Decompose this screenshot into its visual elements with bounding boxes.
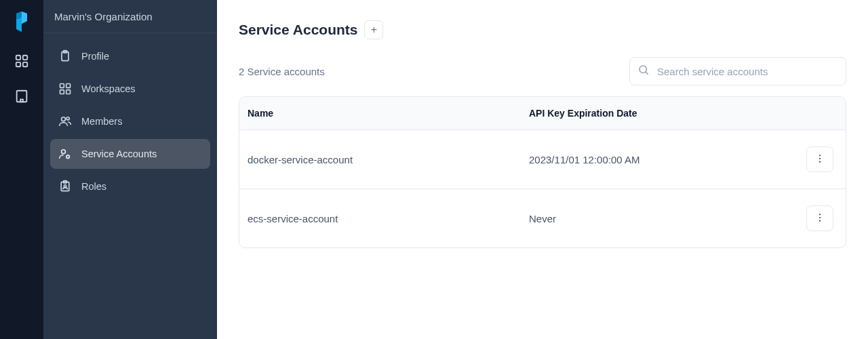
sidebar-nav: Profile Workspaces <box>43 33 217 210</box>
icon-rail <box>0 0 43 339</box>
table-header: Name API Key Expiration Date <box>239 97 846 130</box>
service-accounts-table: Name API Key Expiration Date docker-serv… <box>239 96 846 248</box>
svg-point-19 <box>66 117 69 120</box>
sidebar-item-label: Workspaces <box>81 83 136 94</box>
svg-point-24 <box>64 185 66 187</box>
search-wrap <box>629 57 846 85</box>
svg-point-27 <box>819 155 821 156</box>
cell-name: docker-service-account <box>248 154 529 165</box>
cell-expiration: 2023/11/01 12:00:00 AM <box>529 154 797 165</box>
users-icon <box>58 115 72 128</box>
controls-row: 2 Service accounts <box>239 57 846 85</box>
svg-rect-16 <box>60 90 64 94</box>
svg-point-29 <box>819 161 821 162</box>
svg-rect-3 <box>23 62 27 66</box>
svg-point-28 <box>819 157 821 159</box>
clipboard-icon <box>58 49 72 63</box>
sidebar-item-label: Roles <box>81 181 106 192</box>
svg-rect-0 <box>16 56 20 60</box>
main-content: Service Accounts + 2 Service accounts Na… <box>217 0 868 339</box>
more-vertical-icon <box>814 212 825 225</box>
cell-name: ecs-service-account <box>248 213 529 224</box>
id-badge-icon <box>58 180 72 193</box>
add-service-account-button[interactable]: + <box>364 20 383 39</box>
organization-icon[interactable] <box>14 88 30 104</box>
svg-point-30 <box>819 214 821 215</box>
sidebar-item-label: Members <box>81 116 122 127</box>
column-header-actions <box>797 108 837 119</box>
results-count: 2 Service accounts <box>239 66 325 77</box>
svg-point-32 <box>819 220 821 221</box>
sidebar-item-label: Profile <box>81 51 109 62</box>
sidebar-item-profile[interactable]: Profile <box>50 41 210 71</box>
svg-rect-15 <box>66 84 71 88</box>
svg-point-20 <box>62 150 66 154</box>
svg-point-31 <box>819 216 821 218</box>
svg-rect-4 <box>17 91 27 102</box>
cell-actions <box>797 205 837 231</box>
cell-expiration: Never <box>529 213 797 224</box>
search-input[interactable] <box>629 57 846 85</box>
column-header-expiration: API Key Expiration Date <box>529 108 797 119</box>
sidebar: Marvin's Organization Profile Workspac <box>43 0 217 339</box>
sidebar-item-members[interactable]: Members <box>50 106 210 136</box>
column-header-name: Name <box>248 108 529 119</box>
row-actions-button[interactable] <box>806 146 833 172</box>
svg-rect-2 <box>16 62 20 66</box>
cell-actions <box>797 146 837 172</box>
table-row: docker-service-account 2023/11/01 12:00:… <box>239 130 846 189</box>
row-actions-button[interactable] <box>806 205 833 231</box>
more-vertical-icon <box>814 153 825 166</box>
sidebar-item-workspaces[interactable]: Workspaces <box>50 74 210 104</box>
sidebar-item-roles[interactable]: Roles <box>50 172 210 201</box>
svg-rect-1 <box>23 56 27 60</box>
sidebar-item-label: Service Accounts <box>81 148 157 159</box>
grid-icon <box>58 82 72 96</box>
svg-point-21 <box>66 155 69 158</box>
svg-rect-11 <box>20 100 23 102</box>
page-title: Service Accounts <box>239 22 357 38</box>
svg-point-18 <box>62 117 66 121</box>
app-logo[interactable] <box>12 9 31 34</box>
org-name[interactable]: Marvin's Organization <box>43 0 217 33</box>
svg-rect-14 <box>60 84 64 88</box>
sidebar-item-service-accounts[interactable]: Service Accounts <box>50 139 210 169</box>
dashboard-icon[interactable] <box>14 53 30 69</box>
user-gear-icon <box>58 147 72 161</box>
table-row: ecs-service-account Never <box>239 189 846 247</box>
page-header: Service Accounts + <box>239 20 846 39</box>
svg-rect-17 <box>66 90 71 94</box>
